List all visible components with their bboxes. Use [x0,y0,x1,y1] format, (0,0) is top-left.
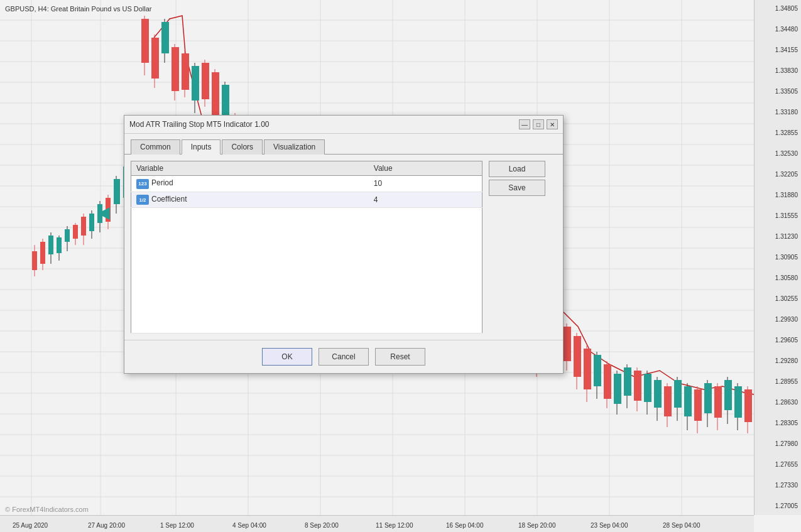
titlebar-buttons: — □ ✕ [519,119,558,129]
variable-period: 123Period [131,176,369,192]
dialog-title: Mod ATR Trailing Stop MT5 Indicator 1.00 [129,120,270,129]
save-button[interactable]: Save [489,180,545,196]
value-period[interactable]: 10 [369,176,482,192]
type-icon-half: 1/2 [136,195,149,205]
type-icon-123: 123 [136,179,149,189]
tab-inputs[interactable]: Inputs [182,139,221,155]
dialog-titlebar: Mod ATR Trailing Stop MT5 Indicator 1.00… [124,116,563,134]
col-variable: Variable [131,161,369,176]
tab-content-inputs: Variable Value 123Period 10 1/2Coefficie… [124,154,563,340]
load-button[interactable]: Load [489,161,545,177]
table-row: 123Period 10 [131,176,482,192]
dialog-footer: OK Cancel Reset [124,340,563,373]
tabs-container: Common Inputs Colors Visualization [124,134,563,154]
table-area: Variable Value 123Period 10 1/2Coefficie… [131,161,557,334]
maximize-button[interactable]: □ [533,119,544,129]
minimize-button[interactable]: — [519,119,530,129]
variable-coefficient: 1/2Coefficient [131,192,369,208]
ok-button[interactable]: OK [262,348,312,366]
tab-visualization[interactable]: Visualization [264,139,325,155]
close-button[interactable]: ✕ [547,119,558,129]
tab-common[interactable]: Common [131,139,180,155]
tab-colors[interactable]: Colors [222,139,263,155]
empty-row [131,208,482,334]
table-row: 1/2Coefficient 4 [131,192,482,208]
value-coefficient[interactable]: 4 [369,192,482,208]
params-table: Variable Value 123Period 10 1/2Coefficie… [131,161,482,334]
reset-button[interactable]: Reset [375,348,425,366]
dialog: Mod ATR Trailing Stop MT5 Indicator 1.00… [124,115,564,374]
cancel-button[interactable]: Cancel [319,348,369,366]
col-value: Value [369,161,482,176]
table-actions: Load Save [489,161,545,196]
